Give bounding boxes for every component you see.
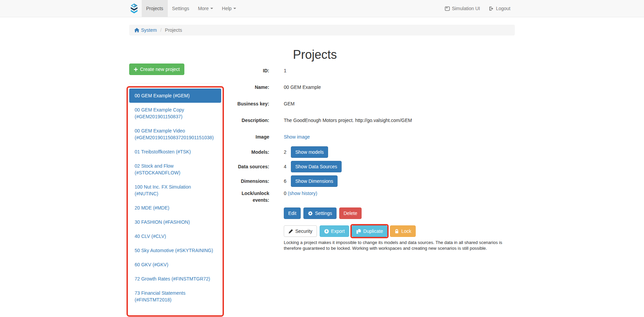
project-list-item[interactable]: 73 Financial Statements (#FINSTMT2018) [129, 286, 221, 307]
models-count: 2 [284, 149, 288, 155]
main-nav: Projects Settings More Help [142, 0, 240, 17]
page-title: Projects [225, 48, 405, 62]
field-dimensions-label: Dimensions: [225, 178, 269, 185]
show-data-sources-button[interactable]: Show Data Sources [291, 161, 342, 172]
project-list-item-label: 00 GEM Example (#GEM) [135, 93, 190, 98]
lock-help-text: Locking a project makes it impossible to… [284, 240, 515, 251]
show-models-button[interactable]: Show models [291, 146, 328, 158]
lock-label: Lock [401, 228, 411, 235]
nav-item-help-label: Help [222, 6, 232, 11]
project-list-item-label: 02 Stock and Flow (#STOCKANDFLOW) [135, 163, 180, 175]
breadcrumb: System / Projects [129, 25, 515, 35]
project-list-item-label: 72 Growth Rates (#FINSTMTGR72) [135, 276, 210, 282]
nav-right: Simulation UI Logout [440, 0, 515, 17]
project-list-item-label: 01 Treibstoffkosten (#TSK) [135, 149, 191, 154]
project-list-item[interactable]: 30 FASHION (#FASHION) [129, 215, 221, 229]
nav-item-projects[interactable]: Projects [142, 0, 168, 17]
duplicate-label: Duplicate [363, 228, 383, 235]
project-list-item[interactable]: 72 Growth Rates (#FINSTMTGR72) [129, 272, 221, 286]
project-list-item[interactable]: 02 Stock and Flow (#STOCKANDFLOW) [129, 159, 221, 180]
primary-action-row: Edit Settings Delete [284, 208, 515, 219]
download-circle-icon [324, 229, 331, 234]
breadcrumb-system-label: System [141, 27, 157, 33]
project-list-item[interactable]: 40 CLV (#CLV) [129, 229, 221, 243]
security-button[interactable]: Security [284, 225, 317, 237]
nav-item-more[interactable]: More [193, 0, 217, 17]
field-models: Models: 2 Show models [225, 146, 515, 158]
field-description-label: Description: [225, 117, 269, 124]
edit-button[interactable]: Edit [284, 208, 301, 219]
show-image-link[interactable]: Show image [284, 134, 310, 140]
create-new-project-label: Create new project [140, 66, 180, 73]
sidebar-divider [129, 83, 223, 83]
field-business-key-value: GEM [284, 100, 295, 107]
export-button[interactable]: Export [320, 225, 349, 237]
field-dimensions: Dimensions: 6 Show Dimensions [225, 175, 515, 187]
duplicate-button[interactable]: Duplicate [352, 225, 387, 237]
lock-button[interactable]: Lock [390, 225, 416, 237]
export-label: Export [331, 228, 345, 235]
field-description-value: The GoodEnough Motors project. http://go… [284, 117, 412, 124]
annotation-duplicate-button: Duplicate [350, 224, 389, 238]
project-list-item-label: 73 Financial Statements (#FINSTMT2018) [135, 290, 185, 302]
show-dimensions-button[interactable]: Show Dimensions [291, 175, 338, 187]
field-image: Image Show image [225, 133, 515, 140]
field-description: Description: The GoodEnough Motors proje… [225, 117, 515, 124]
project-list: 00 GEM Example (#GEM) 00 GEM Example Cop… [129, 89, 221, 309]
field-lock-events-label: Lock/unlock events: [225, 190, 269, 203]
project-list-item[interactable]: 01 Treibstoffkosten (#TSK) [129, 145, 221, 159]
nav-item-settings[interactable]: Settings [168, 0, 194, 17]
logout-label: Logout [496, 6, 510, 11]
settings-label: Settings [315, 210, 332, 217]
field-data-sources: Data sources: 4 Show Data Sources [225, 161, 515, 172]
data-sources-count: 4 [284, 163, 288, 170]
pencil-icon [288, 229, 295, 234]
nav-item-help[interactable]: Help [217, 0, 240, 17]
nav-item-more-label: More [198, 6, 209, 11]
duplicate-icon [356, 229, 363, 234]
project-list-item-label: 00 GEM Example Video (#GEM20190115083720… [135, 128, 214, 140]
lock-icon [394, 229, 401, 234]
project-list-item[interactable]: 100 Nut Inc. FX Simulation (#NUTINC) [129, 180, 221, 201]
simulation-ui-label: Simulation UI [452, 6, 480, 11]
show-data-sources-label: Show Data Sources [295, 163, 337, 170]
show-history-link[interactable]: (show history) [288, 191, 317, 196]
field-name-label: Name: [225, 84, 269, 91]
project-list-item[interactable]: 20 MDE (#MDE) [129, 201, 221, 215]
field-id-value: 1 [284, 67, 286, 74]
brand-logo[interactable] [129, 0, 142, 17]
project-list-item-label: 100 Nut Inc. FX Simulation (#NUTINC) [135, 184, 191, 196]
project-list-item-label: 40 CLV (#CLV) [135, 234, 166, 239]
home-icon [134, 28, 141, 32]
project-list-item[interactable]: 50 Sky Automotive (#SKYTRAINING) [129, 243, 221, 258]
nav-item-settings-label: Settings [172, 6, 189, 11]
project-detail-panel: Projects ID: 1 Name: 00 GEM Example Busi… [225, 42, 515, 251]
settings-button[interactable]: Settings [303, 208, 337, 219]
dimensions-count: 6 [284, 178, 288, 185]
nav-item-logout[interactable]: Logout [484, 0, 515, 17]
show-models-label: Show models [295, 149, 324, 155]
chevron-down-icon [233, 8, 236, 9]
breadcrumb-system-link[interactable]: System [134, 27, 157, 33]
field-name-value: 00 GEM Example [284, 84, 321, 91]
nav-item-simulation-ui[interactable]: Simulation UI [440, 0, 484, 17]
logout-icon [489, 6, 496, 11]
nav-item-projects-label: Projects [146, 6, 163, 11]
project-list-item[interactable]: 00 GEM Example Copy (#GEM201901150837) [129, 103, 221, 124]
edit-label: Edit [288, 210, 296, 217]
create-new-project-button[interactable]: Create new project [129, 64, 184, 75]
secondary-action-row: Security Export [284, 225, 515, 237]
delete-button[interactable]: Delete [339, 208, 362, 219]
project-list-item[interactable]: 00 GEM Example Video (#GEM20190115083720… [129, 124, 221, 145]
field-data-sources-label: Data sources: [225, 163, 269, 170]
gear-icon [308, 211, 315, 216]
plus-icon [134, 67, 140, 72]
security-label: Security [295, 228, 313, 235]
project-list-item[interactable]: 00 GEM Example (#GEM) [129, 89, 221, 103]
breadcrumb-separator: / [160, 27, 162, 33]
chevron-down-icon [210, 8, 213, 9]
field-image-label: Image [225, 133, 269, 140]
delete-label: Delete [344, 210, 357, 217]
project-list-item-label: 30 FASHION (#FASHION) [135, 219, 190, 225]
project-list-item[interactable]: 60 GKV (#GKV) [129, 258, 221, 272]
